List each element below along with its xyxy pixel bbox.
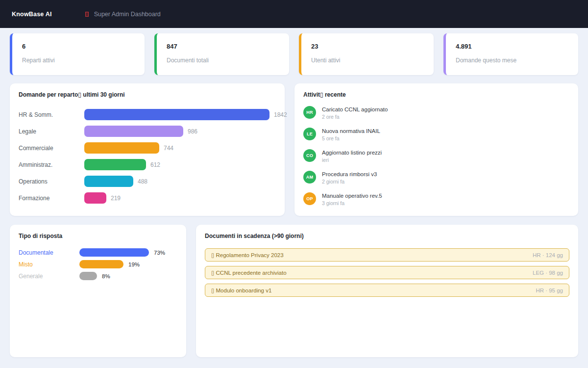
expiring-doc-name: ▯ CCNL precedente archiviato: [211, 269, 287, 276]
activity-item: CO Aggiornato listino prezzi ieri: [303, 149, 569, 163]
activity-text: Nuova normativa INAIL 5 ore fa: [322, 128, 380, 141]
department-bar-label: HR & Somm.: [19, 111, 84, 118]
response-bar-label: Generale: [19, 273, 79, 280]
expiring-doc-meta: HR · 124 gg: [533, 252, 563, 258]
department-avatar: OP: [303, 192, 316, 205]
brand-logo-text: KnowBase AI: [12, 11, 52, 18]
expiring-doc-item[interactable]: ▯ CCNL precedente archiviato LEG · 98 gg: [205, 266, 569, 279]
department-bar: [84, 126, 183, 137]
department-bar-label: Legale: [19, 128, 84, 135]
stat-card: 4.891 Domande questo mese: [443, 33, 578, 75]
department-avatar: LE: [303, 128, 316, 140]
expiring-doc-item[interactable]: ▯ Modulo onboarding v1 HR · 95 gg: [205, 284, 569, 297]
department-bar-value: 219: [111, 195, 121, 202]
stat-value: 23: [311, 43, 424, 50]
stat-value: 847: [167, 43, 279, 50]
department-bar-chart: HR & Somm. 1842 Legale 986 Commerciale 7…: [19, 109, 276, 204]
department-bar-row: Formazione 219: [19, 192, 276, 204]
activity-text: Manuale operativo rev.5 3 giorni fa: [322, 192, 382, 206]
app-header: KnowBase AI Super Admin Dashboard: [0, 0, 588, 28]
expiring-doc-meta: LEG · 98 gg: [533, 270, 563, 276]
activity-title: Procedura rimborsi v3: [322, 171, 377, 177]
stats-row: 6 Reparti attivi 847 Documenti totali 23…: [10, 33, 578, 75]
expiring-doc-name: ▯ Modulo onboarding v1: [211, 287, 271, 294]
activity-time: 3 giorni fa: [322, 200, 382, 206]
activity-title: Caricato CCNL aggiornato: [322, 106, 388, 112]
department-chart-panel: Domande per reparto▯ ultimi 30 giorni HR…: [10, 83, 285, 216]
activity-item: LE Nuova normativa INAIL 5 ore fa: [303, 128, 569, 141]
department-bar-value: 612: [150, 161, 160, 168]
expiring-docs-title: Documenti in scadenza (>90 giorni): [205, 233, 569, 239]
response-type-title: Tipo di risposta: [19, 233, 177, 239]
response-bar-label: Documentale: [19, 249, 79, 256]
department-bar: [84, 142, 159, 154]
department-avatar: AM: [303, 171, 316, 184]
department-bar-row: HR & Somm. 1842: [19, 109, 276, 120]
response-type-chart: Documentale 73% Misto 19% Generale 8%: [19, 248, 177, 280]
response-bar-value: 19%: [128, 262, 140, 267]
department-bar: [84, 159, 146, 170]
activity-item: OP Manuale operativo rev.5 3 giorni fa: [303, 192, 569, 206]
activity-item: AM Procedura rimborsi v3 2 giorni fa: [303, 171, 569, 184]
activity-text: Caricato CCNL aggiornato 2 ore fa: [322, 106, 388, 120]
department-bar-value: 1842: [274, 111, 287, 118]
response-bar-row: Misto 19%: [19, 260, 177, 268]
stat-card: 847 Documenti totali: [154, 33, 289, 75]
department-bar: [84, 192, 106, 204]
stat-value: 4.891: [456, 43, 568, 50]
expiring-docs-panel: Documenti in scadenza (>90 giorni) ▯ Reg…: [196, 225, 578, 357]
charts-row: Domande per reparto▯ ultimi 30 giorni HR…: [10, 83, 578, 216]
activity-title: Nuova normativa INAIL: [322, 128, 380, 134]
response-type-panel: Tipo di risposta Documentale 73% Misto 1…: [10, 225, 186, 357]
response-bar-value: 8%: [102, 273, 110, 279]
department-bar-row: Legale 986: [19, 126, 276, 137]
response-bar-row: Documentale 73%: [19, 248, 177, 257]
stat-card: 23 Utenti attivi: [299, 33, 434, 75]
response-bar: [79, 272, 97, 280]
activity-list: HR Caricato CCNL aggiornato 2 ore fa LE …: [303, 106, 569, 206]
department-bar-label: Commerciale: [19, 145, 84, 152]
activity-title: Manuale operativo rev.5: [322, 193, 382, 199]
department-bar-row: Commerciale 744: [19, 142, 276, 154]
department-bar-value: 986: [188, 128, 197, 135]
department-bar-label: Amministraz.: [19, 161, 84, 168]
department-bar: [84, 176, 133, 187]
stat-label: Reparti attivi: [22, 57, 135, 64]
department-bar-value: 488: [138, 178, 147, 185]
expiring-doc-name: ▯ Regolamento Privacy 2023: [211, 252, 284, 259]
response-bar-value: 73%: [154, 250, 165, 256]
activity-title: Aggiornato listino prezzi: [322, 150, 382, 156]
activity-time: 2 ore fa: [322, 114, 388, 120]
stat-label: Domande questo mese: [456, 57, 568, 64]
activity-time: 2 giorni fa: [322, 179, 377, 184]
expiring-doc-item[interactable]: ▯ Regolamento Privacy 2023 HR · 124 gg: [205, 248, 569, 262]
bottom-row: Tipo di risposta Documentale 73% Misto 1…: [10, 225, 578, 357]
response-bar: [79, 248, 149, 257]
page-title: Super Admin Dashboard: [94, 11, 161, 18]
response-bar-row: Generale 8%: [19, 272, 177, 280]
activity-item: HR Caricato CCNL aggiornato 2 ore fa: [303, 106, 569, 120]
activity-text: Procedura rimborsi v3 2 giorni fa: [322, 171, 377, 184]
department-avatar: HR: [303, 106, 316, 119]
department-bar-value: 744: [164, 145, 173, 152]
department-bar-label: Operations: [19, 178, 84, 185]
department-bar-row: Operations 488: [19, 176, 276, 187]
activity-text: Aggiornato listino prezzi ieri: [322, 149, 382, 163]
shield-tofu-icon: [85, 12, 89, 17]
department-bar-row: Amministraz. 612: [19, 159, 276, 170]
stat-label: Utenti attivi: [311, 57, 424, 64]
recent-activity-panel: Attivit▯ recente HR Caricato CCNL aggior…: [294, 83, 578, 216]
stat-label: Documenti totali: [167, 57, 279, 64]
activity-time: 5 ore fa: [322, 135, 380, 141]
department-bar-label: Formazione: [19, 195, 84, 202]
response-bar-label: Misto: [19, 261, 79, 268]
expiring-doc-meta: HR · 95 gg: [536, 288, 563, 293]
activity-time: ieri: [322, 157, 382, 163]
stat-card: 6 Reparti attivi: [10, 33, 145, 75]
recent-activity-title: Attivit▯ recente: [303, 91, 569, 98]
department-chart-title: Domande per reparto▯ ultimi 30 giorni: [19, 91, 276, 98]
stat-value: 6: [22, 43, 135, 50]
expiring-docs-list: ▯ Regolamento Privacy 2023 HR · 124 gg ▯…: [205, 248, 569, 297]
department-avatar: CO: [303, 149, 316, 162]
response-bar: [79, 260, 123, 268]
